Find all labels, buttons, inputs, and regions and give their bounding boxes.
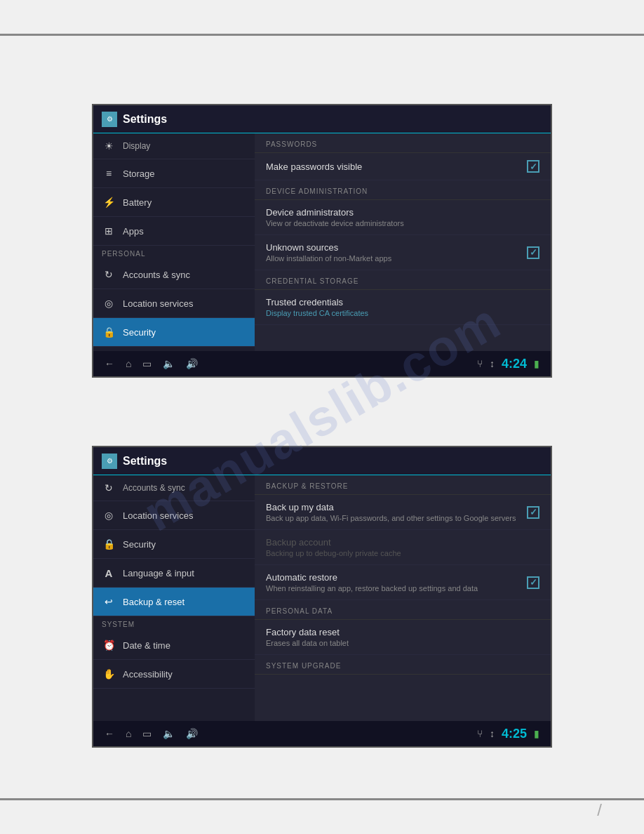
sidebar-item-display[interactable]: ☀ Display [93, 133, 255, 159]
sc1-passwords-header: PASSWORDS [255, 133, 551, 153]
sc2-back-icon[interactable]: ← [105, 728, 114, 739]
sc2-location-icon: ◎ [102, 508, 116, 522]
sc1-home-icon[interactable]: ⌂ [126, 358, 131, 369]
sc2-security-label: Security [123, 539, 156, 550]
sc2-home-icon[interactable]: ⌂ [126, 728, 131, 739]
sc1-trusted-cred-title: Trusted credentials [266, 297, 539, 307]
sc1-vol-up-icon[interactable]: 🔊 [186, 358, 198, 369]
sc1-make-passwords-visible[interactable]: Make passwords visible [255, 153, 551, 180]
sc1-usb-icon: ⑂ [477, 358, 483, 369]
sc2-backup-label: Backup & reset [123, 597, 185, 607]
sc2-backup-icon: ↩ [102, 595, 116, 609]
location-icon: ◎ [102, 296, 116, 310]
sidebar-item-language[interactable]: A Language & input [93, 347, 255, 351]
security-label: Security [123, 327, 156, 338]
sc2-recents-icon[interactable]: ▭ [142, 728, 152, 739]
sc1-nav-right: ⑂ ↕ 4:24 ▮ [477, 357, 539, 371]
sc2-main: BACKUP & RESTORE Back up my data Back up… [255, 475, 551, 721]
battery-icon: ⚡ [102, 195, 116, 209]
sc1-main: PASSWORDS Make passwords visible DEVICE … [255, 133, 551, 351]
sc2-title: Settings [123, 455, 167, 468]
sc2-sidebar-language[interactable]: A Language & input [93, 559, 255, 588]
sc1-sidebar: ☀ Display ≡ Storage ⚡ Battery ⊞ Apps PER… [93, 133, 255, 351]
sc2-accounts-label: Accounts & sync [123, 483, 185, 493]
sc2-nav-left: ← ⌂ ▭ 🔈 🔊 [105, 728, 198, 739]
storage-icon: ≡ [102, 166, 116, 180]
sc2-auto-restore-subtitle: When reinstalling an app, restore backed… [266, 584, 520, 593]
sc1-credential-header: CREDENTIAL STORAGE [255, 270, 551, 290]
sc1-device-administrators[interactable]: Device administrators View or deactivate… [255, 200, 551, 235]
sc2-sidebar-security[interactable]: 🔒 Security [93, 530, 255, 559]
sc2-accounts-icon: ↻ [102, 481, 116, 495]
apps-icon: ⊞ [102, 224, 116, 238]
sc2-system-section-label: SYSTEM [93, 616, 255, 631]
sc2-auto-restore-checkbox[interactable] [527, 576, 539, 589]
sc2-backup-account: Backup account Backing up to debug-only … [255, 530, 551, 565]
sidebar-item-location[interactable]: ◎ Location services [93, 289, 255, 318]
sc2-datetime-icon: ⏰ [102, 638, 116, 652]
sc2-factory-reset[interactable]: Factory data reset Erases all data on ta… [255, 620, 551, 655]
sc2-nav-right: ⑂ ↕ 4:25 ▮ [477, 727, 539, 741]
sc1-device-admin-title: Device administrators [266, 207, 539, 218]
sc2-vol-up-icon[interactable]: 🔊 [186, 728, 198, 739]
screenshot2: ⚙ Settings ↻ Accounts & sync ◎ Location … [92, 446, 552, 748]
sc1-make-passwords-checkbox[interactable] [527, 160, 539, 173]
sc2-accessibility-icon: ✋ [102, 667, 116, 681]
sc2-sidebar: ↻ Accounts & sync ◎ Location services 🔒 … [93, 475, 255, 721]
sc1-unknown-sources-title: Unknown sources [266, 242, 520, 253]
sc2-accessibility-label: Accessibility [123, 669, 173, 680]
sc1-title: Settings [123, 113, 167, 126]
bottom-decorative-line [0, 798, 644, 800]
sc1-content: ☀ Display ≡ Storage ⚡ Battery ⊞ Apps PER… [93, 133, 551, 351]
sc1-make-passwords-title: Make passwords visible [266, 161, 520, 172]
sc2-vol-down-icon[interactable]: 🔈 [163, 728, 175, 739]
sidebar-item-accounts[interactable]: ↻ Accounts & sync [93, 260, 255, 289]
sc2-usb-icon: ⑂ [477, 728, 483, 739]
sc2-system-upgrade-header: SYSTEM UPGRADE [255, 655, 551, 675]
apps-label: Apps [123, 226, 144, 237]
sc1-unknown-sources-subtitle: Allow installation of non-Market apps [266, 254, 520, 263]
sc1-battery-icon: ▮ [534, 358, 539, 369]
sc2-battery-icon: ▮ [534, 728, 539, 739]
display-label: Display [123, 141, 150, 151]
sc2-usb2-icon: ↕ [490, 728, 495, 739]
display-icon: ☀ [102, 139, 116, 153]
sc2-backup-data-subtitle: Back up app data, Wi-Fi passwords, and o… [266, 514, 520, 522]
sc2-personal-data-header: PERSONAL DATA [255, 600, 551, 620]
sc2-sidebar-datetime[interactable]: ⏰ Date & time [93, 631, 255, 660]
sc2-sidebar-location[interactable]: ◎ Location services [93, 501, 255, 530]
sc2-navbar: ← ⌂ ▭ 🔈 🔊 ⑂ ↕ 4:25 ▮ [93, 721, 551, 746]
sc2-sidebar-accounts[interactable]: ↻ Accounts & sync [93, 475, 255, 501]
sc2-sidebar-accessibility[interactable]: ✋ Accessibility [93, 660, 255, 689]
storage-label: Storage [123, 168, 155, 179]
sidebar-item-apps[interactable]: ⊞ Apps [93, 217, 255, 246]
accounts-label: Accounts & sync [123, 270, 190, 280]
sidebar-item-battery[interactable]: ⚡ Battery [93, 188, 255, 217]
sc2-content: ↻ Accounts & sync ◎ Location services 🔒 … [93, 475, 551, 721]
sc2-sidebar-backup[interactable]: ↩ Backup & reset [93, 588, 255, 616]
sc1-vol-down-icon[interactable]: 🔈 [163, 358, 175, 369]
sc2-settings-icon: ⚙ [102, 454, 117, 469]
sc2-factory-reset-subtitle: Erases all data on tablet [266, 639, 539, 647]
sidebar-item-security[interactable]: 🔒 Security [93, 318, 255, 347]
sc2-backup-data-title: Back up my data [266, 502, 520, 512]
sc2-auto-restore-title: Automatic restore [266, 572, 520, 583]
battery-label: Battery [123, 197, 152, 208]
sc1-time: 4:24 [502, 357, 527, 371]
sc2-backup-data-checkbox[interactable] [527, 506, 539, 519]
sidebar-item-storage[interactable]: ≡ Storage [93, 159, 255, 188]
sc2-back-up-my-data[interactable]: Back up my data Back up app data, Wi-Fi … [255, 495, 551, 530]
sc1-device-admin-subtitle: View or deactivate device administrators [266, 219, 539, 227]
sc1-back-icon[interactable]: ← [105, 358, 114, 369]
accounts-icon: ↻ [102, 267, 116, 282]
sc2-automatic-restore[interactable]: Automatic restore When reinstalling an a… [255, 565, 551, 600]
sc1-unknown-sources[interactable]: Unknown sources Allow installation of no… [255, 235, 551, 270]
sc2-backup-header: BACKUP & RESTORE [255, 475, 551, 495]
sc2-language-icon: A [102, 566, 116, 580]
sc2-backup-account-subtitle: Backing up to debug-only private cache [266, 549, 539, 557]
sc1-unknown-sources-checkbox[interactable] [527, 246, 539, 259]
sc2-backup-account-title: Backup account [266, 537, 539, 548]
sc1-trusted-credentials[interactable]: Trusted credentials Display trusted CA c… [255, 290, 551, 325]
sc2-location-label: Location services [123, 510, 193, 521]
sc1-recents-icon[interactable]: ▭ [142, 358, 152, 369]
